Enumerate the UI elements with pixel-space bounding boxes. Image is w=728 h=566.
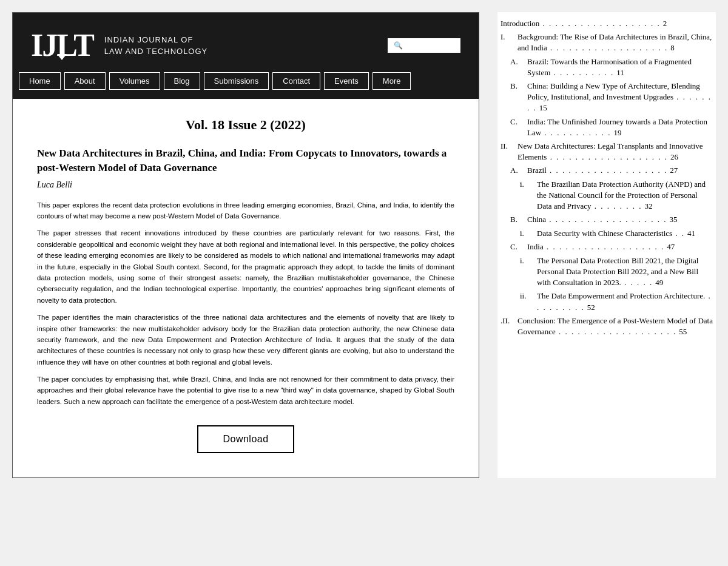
article-title: New Data Architectures in Brazil, China,… bbox=[37, 146, 454, 175]
toc-row: ii.The Data Empowerment and Protection A… bbox=[500, 290, 713, 312]
toc-dots: . . . . . bbox=[621, 278, 653, 287]
download-area: Download bbox=[37, 413, 454, 459]
toc-row: .II.Conclusion: The Emergence of a Post-… bbox=[500, 315, 713, 337]
toc-dots: . . . . . . . . . . . . . . . . . . . bbox=[539, 19, 661, 28]
toc-text: Conclusion: The Emergence of a Post-West… bbox=[517, 315, 713, 337]
toc-text: The Data Empowerment and Protection Arch… bbox=[537, 291, 713, 312]
toc-label: A. bbox=[510, 56, 527, 68]
toc-row: C.India . . . . . . . . . . . . . . . . … bbox=[500, 241, 713, 253]
toc-text: Background: The Rise of Data Architectur… bbox=[517, 32, 713, 53]
nav-more[interactable]: More bbox=[372, 72, 411, 90]
toc-row: Introduction . . . . . . . . . . . . . .… bbox=[500, 18, 713, 29]
toc-label: A. bbox=[510, 164, 527, 177]
toc-label: C. bbox=[510, 116, 527, 128]
nav-volumes[interactable]: Volumes bbox=[109, 72, 160, 90]
toc-row: B.China: Building a New Type of Architec… bbox=[500, 80, 713, 114]
toc-row: i.The Brazilian Data Protection Authorit… bbox=[500, 178, 713, 212]
toc-text: The Personal Data Protection Bill 2021, … bbox=[537, 255, 713, 289]
toc-label: C. bbox=[510, 241, 527, 253]
toc-row: i.Data Security with Chinese Characteris… bbox=[500, 227, 713, 240]
toc-dots: . . . . . . . . . . . . . . . . . . . bbox=[546, 215, 667, 224]
toc-page: 35 bbox=[670, 215, 678, 224]
toc-page: 26 bbox=[670, 152, 678, 161]
abstract-p3: The paper identifies the main characteri… bbox=[37, 312, 454, 368]
toc-label: B. bbox=[510, 80, 527, 92]
toc-dots: . . . . . . . . . . . . . . . . . . . bbox=[547, 166, 668, 175]
toc-text: China: Building a New Type of Architectu… bbox=[527, 81, 713, 114]
journal-content: Vol. 18 Issue 2 (2022) New Data Architec… bbox=[13, 99, 479, 477]
article-abstract: This paper explores the recent data prot… bbox=[37, 200, 454, 408]
nav-home[interactable]: Home bbox=[19, 72, 61, 90]
toc-page: 55 bbox=[679, 327, 687, 336]
journal-header: IJLT INDIAN JOURNAL OF LAW AND TECHNOLOG… bbox=[13, 13, 479, 72]
toc-row: B.China . . . . . . . . . . . . . . . . … bbox=[500, 214, 713, 226]
toc-label: B. bbox=[510, 214, 527, 226]
toc-page: 52 bbox=[587, 303, 595, 312]
toc-dots: . . bbox=[672, 229, 685, 238]
toc-dots: . . . . . . . . . . . . . . . . . . . bbox=[547, 43, 669, 52]
toc-label: I. bbox=[500, 31, 517, 43]
nav-about[interactable]: About bbox=[64, 72, 106, 90]
toc-dots: . . . . . . . . . . bbox=[550, 68, 614, 77]
toc-dots: . . . . . . . . . . . . . . . . . . . bbox=[556, 327, 677, 336]
nav-submissions[interactable]: Submissions bbox=[204, 72, 269, 90]
toc-row: C.India: The Unfinished Journey towards … bbox=[500, 116, 713, 138]
toc-row: A.Brazil: Towards the Harmonisation of a… bbox=[500, 56, 713, 78]
toc-row: II.New Data Architectures: Legal Transpl… bbox=[500, 140, 713, 163]
toc-page: 32 bbox=[645, 201, 653, 211]
toc-label: i. bbox=[520, 255, 537, 267]
toc-page: 27 bbox=[670, 166, 678, 175]
toc-text: The Brazilian Data Protection Authority … bbox=[537, 179, 713, 212]
toc-page: 47 bbox=[667, 242, 675, 251]
toc-dots: . . . . . . . . . . . bbox=[541, 128, 612, 137]
nav-blog[interactable]: Blog bbox=[164, 72, 200, 90]
journal-panel: IJLT INDIAN JOURNAL OF LAW AND TECHNOLOG… bbox=[12, 12, 479, 478]
toc-label: i. bbox=[520, 178, 537, 190]
toc-text: Brazil: Towards the Harmonisation of a F… bbox=[527, 56, 713, 78]
article-author: Luca Belli bbox=[37, 180, 454, 190]
toc-page: 41 bbox=[687, 229, 695, 238]
download-button[interactable]: Download bbox=[197, 425, 294, 453]
toc-row: A.Brazil . . . . . . . . . . . . . . . .… bbox=[500, 164, 713, 177]
toc-page: 19 bbox=[614, 128, 622, 137]
toc-label: ii. bbox=[520, 290, 537, 302]
abstract-p2: The paper stresses that recent innovatio… bbox=[37, 227, 454, 306]
toc-text: India . . . . . . . . . . . . . . . . . … bbox=[527, 241, 713, 252]
toc-panel: Introduction . . . . . . . . . . . . . .… bbox=[497, 12, 716, 478]
toc-page: 8 bbox=[670, 43, 675, 52]
toc-text: Data Security with Chinese Characteristi… bbox=[537, 228, 713, 239]
toc-dots: . . . . . . . . bbox=[592, 201, 642, 211]
toc-page: 15 bbox=[539, 103, 547, 112]
journal-name: INDIAN JOURNAL OF LAW AND TECHNOLOGY bbox=[104, 34, 207, 58]
search-input[interactable] bbox=[388, 38, 460, 53]
toc-row: I.Background: The Rise of Data Architect… bbox=[500, 31, 713, 53]
toc-label: i. bbox=[520, 227, 537, 240]
toc-text: China . . . . . . . . . . . . . . . . . … bbox=[527, 214, 713, 225]
page-container: IJLT INDIAN JOURNAL OF LAW AND TECHNOLOG… bbox=[12, 12, 716, 478]
search-wrapper[interactable] bbox=[388, 38, 460, 53]
journal-nav: Home About Volumes Blog Submissions Cont… bbox=[13, 72, 479, 99]
issue-title: Vol. 18 Issue 2 (2022) bbox=[37, 117, 454, 133]
toc-page: 11 bbox=[616, 68, 624, 77]
nav-contact[interactable]: Contact bbox=[272, 72, 320, 90]
abstract-p1: This paper explores the recent data prot… bbox=[37, 200, 454, 222]
toc-dots: . . . . . . . . . . . . . . . . . . . bbox=[547, 152, 668, 161]
nav-events[interactable]: Events bbox=[324, 72, 369, 90]
toc-row: i.The Personal Data Protection Bill 2021… bbox=[500, 255, 713, 289]
toc-page: 49 bbox=[655, 278, 663, 287]
toc-label: .II. bbox=[500, 315, 517, 327]
toc-label: II. bbox=[500, 140, 517, 152]
toc-dots: . . . . . . . . . . . . . . . . . . . bbox=[544, 242, 665, 251]
toc-text: Introduction . . . . . . . . . . . . . .… bbox=[500, 18, 713, 29]
toc-text: New Data Architectures: Legal Transplant… bbox=[517, 141, 713, 163]
toc-text: Brazil . . . . . . . . . . . . . . . . .… bbox=[527, 165, 713, 176]
abstract-p4: The paper concludes by emphasising that,… bbox=[37, 374, 454, 407]
toc-text: India: The Unfinished Journey towards a … bbox=[527, 116, 713, 138]
logo-ijlt: IJLT bbox=[31, 30, 93, 61]
toc-page: 2 bbox=[663, 19, 667, 28]
journal-logo: IJLT INDIAN JOURNAL OF LAW AND TECHNOLOG… bbox=[31, 30, 207, 61]
